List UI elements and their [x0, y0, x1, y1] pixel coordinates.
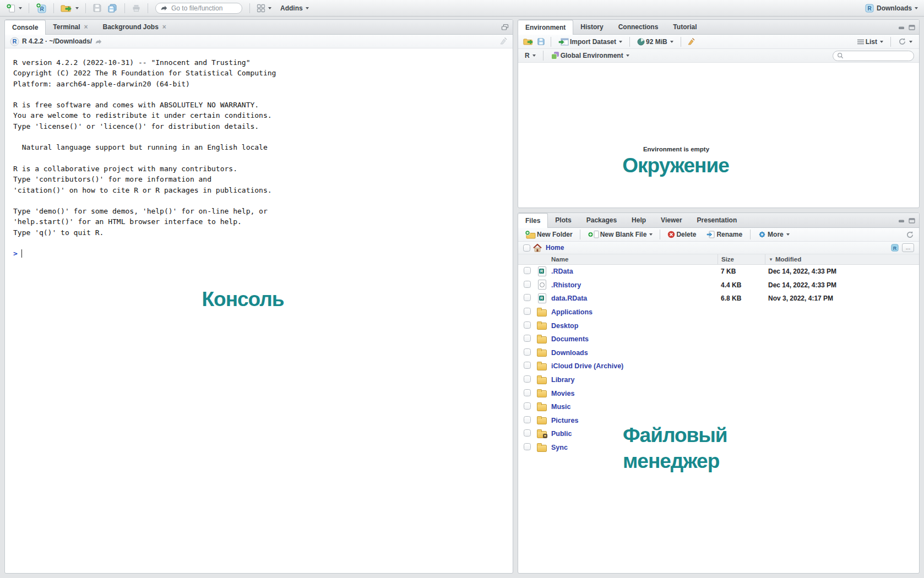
close-tab-icon[interactable]: ×: [84, 24, 88, 30]
file-name-link[interactable]: Downloads: [551, 349, 718, 357]
console-subtitle[interactable]: R 4.2.2 · ~/Downloads/: [22, 37, 92, 45]
minimize-pane-icon[interactable]: [898, 218, 905, 223]
r-project-small-icon[interactable]: R: [891, 244, 899, 252]
row-checkbox[interactable]: [524, 321, 531, 329]
table-row[interactable]: Music: [518, 400, 919, 414]
directory-ellipsis-button[interactable]: ...: [902, 243, 914, 252]
list-view-button[interactable]: List: [855, 37, 885, 47]
tab-console[interactable]: Console: [5, 20, 46, 35]
breadcrumb-home[interactable]: Home: [546, 244, 564, 252]
home-icon[interactable]: [533, 244, 542, 252]
load-workspace-icon[interactable]: [523, 37, 534, 46]
file-name-link[interactable]: Applications: [551, 308, 718, 316]
text-cursor: [21, 249, 23, 258]
column-header-name[interactable]: Name: [551, 256, 718, 263]
row-checkbox[interactable]: [524, 348, 531, 356]
row-checkbox[interactable]: [524, 389, 531, 396]
row-checkbox[interactable]: [524, 416, 531, 423]
row-checkbox[interactable]: [524, 308, 531, 315]
table-row[interactable]: data.RData 6.8 KB Nov 3, 2022, 4:17 PM: [518, 292, 919, 306]
tab-presentation[interactable]: Presentation: [690, 213, 745, 227]
new-project-button[interactable]: R: [34, 2, 48, 14]
show-directory-icon[interactable]: [95, 38, 102, 45]
maximize-pane-icon[interactable]: [909, 218, 915, 223]
tab-connections[interactable]: Connections: [611, 20, 666, 34]
print-button[interactable]: [130, 3, 143, 14]
table-row[interactable]: iCloud Drive (Archive): [518, 359, 919, 373]
save-all-button[interactable]: [106, 2, 119, 14]
minimize-pane-icon[interactable]: [898, 25, 905, 30]
clear-environment-icon[interactable]: [687, 37, 695, 46]
rename-button[interactable]: Rename: [705, 230, 744, 239]
files-tabbar: FilesPlotsPackagesHelpViewerPresentation: [518, 213, 919, 228]
memory-usage-button[interactable]: 92 MiB: [635, 37, 675, 47]
table-row[interactable]: Movies: [518, 386, 919, 400]
row-checkbox[interactable]: [524, 375, 531, 383]
file-name-link[interactable]: iCloud Drive (Archive): [551, 362, 718, 370]
save-button[interactable]: [91, 2, 104, 14]
close-tab-icon[interactable]: ×: [162, 24, 166, 30]
restore-panes-icon[interactable]: [501, 24, 509, 31]
row-checkbox[interactable]: [524, 267, 531, 274]
clear-console-icon[interactable]: [499, 37, 508, 46]
tab-plots[interactable]: Plots: [548, 213, 579, 227]
row-checkbox[interactable]: [524, 402, 531, 410]
language-selector[interactable]: R: [523, 51, 537, 61]
table-row[interactable]: Documents: [518, 332, 919, 346]
file-name-link[interactable]: data.RData: [551, 295, 718, 302]
new-folder-button[interactable]: New Folder: [523, 229, 574, 240]
row-checkbox[interactable]: [524, 281, 531, 288]
row-checkbox[interactable]: [524, 294, 531, 301]
delete-button[interactable]: Delete: [666, 230, 698, 239]
file-name-link[interactable]: Movies: [551, 390, 718, 397]
new-blank-file-button[interactable]: New Blank File: [586, 229, 655, 240]
file-name-link[interactable]: Library: [551, 376, 718, 384]
column-header-size[interactable]: Size: [718, 254, 765, 264]
tab-help[interactable]: Help: [624, 213, 654, 227]
row-checkbox[interactable]: [524, 362, 531, 369]
goto-file-input[interactable]: [170, 4, 235, 13]
console-output[interactable]: R version 4.2.2 (2022-10-31) -- "Innocen…: [5, 48, 513, 574]
file-name-link[interactable]: .RData: [551, 268, 718, 275]
maximize-pane-icon[interactable]: [909, 25, 915, 30]
tab-terminal[interactable]: Terminal×: [46, 20, 95, 34]
project-menu-button[interactable]: R Downloads: [863, 3, 920, 14]
console-prompt[interactable]: >: [13, 248, 513, 259]
table-row[interactable]: Library: [518, 373, 919, 387]
environment-scope-selector[interactable]: Global Environment: [549, 50, 631, 61]
file-name-link[interactable]: Desktop: [551, 322, 718, 330]
row-checkbox[interactable]: [524, 443, 531, 450]
tab-history[interactable]: History: [573, 20, 611, 34]
tab-packages[interactable]: Packages: [579, 213, 624, 227]
file-name-link[interactable]: Music: [551, 403, 718, 411]
table-row[interactable]: .RData 7 KB Dec 14, 2022, 4:33 PM: [518, 265, 919, 279]
tab-files[interactable]: Files: [518, 213, 548, 228]
main-toolbar: R Addins: [0, 0, 924, 17]
row-checkbox[interactable]: [524, 335, 531, 342]
table-row[interactable]: Desktop: [518, 319, 919, 332]
table-row[interactable]: Applications: [518, 306, 919, 319]
save-workspace-icon[interactable]: [537, 37, 545, 46]
tab-tutorial[interactable]: Tutorial: [666, 20, 704, 34]
tab-viewer[interactable]: Viewer: [654, 213, 689, 227]
file-name-link[interactable]: Documents: [551, 335, 718, 343]
workspace-panes-button[interactable]: [255, 3, 273, 14]
open-file-button[interactable]: [59, 3, 80, 14]
table-row[interactable]: .Rhistory 4.4 KB Dec 14, 2022, 4:33 PM: [518, 279, 919, 292]
environment-search-input[interactable]: [846, 52, 906, 59]
goto-file-search[interactable]: [155, 3, 242, 14]
import-dataset-button[interactable]: Import Dataset: [557, 37, 624, 47]
refresh-environment-button[interactable]: [896, 36, 914, 47]
tab-background-jobs[interactable]: Background Jobs×: [95, 20, 173, 34]
tab-environment[interactable]: Environment: [518, 20, 573, 35]
file-name-link[interactable]: .Rhistory: [551, 281, 718, 289]
column-header-modified[interactable]: ▼ Modified: [765, 254, 919, 264]
select-all-checkbox[interactable]: [523, 244, 530, 252]
row-checkbox[interactable]: [524, 429, 531, 437]
refresh-files-icon[interactable]: [906, 231, 914, 239]
addins-button[interactable]: Addins: [279, 3, 311, 13]
environment-search[interactable]: [833, 51, 914, 61]
table-row[interactable]: Downloads: [518, 346, 919, 360]
more-button[interactable]: More: [756, 229, 791, 240]
new-file-button[interactable]: [4, 2, 24, 14]
